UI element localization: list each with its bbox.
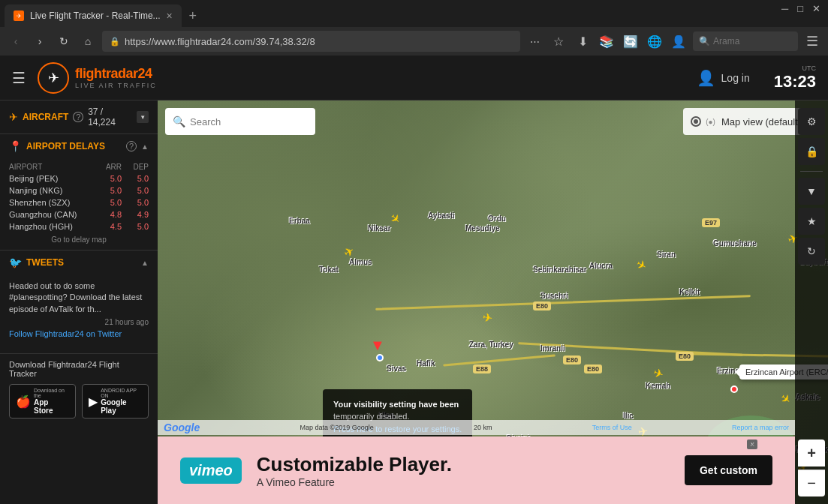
refresh-map-btn[interactable]: ↻ [798,238,825,265]
menu-btn[interactable]: ☰ [802,32,822,51]
report-link[interactable]: Report a map error [732,424,789,431]
tab-title: Live Flight Tracker - Real-Time... [30,10,161,21]
download-title: Download Flightradar24 Flight Tracker [9,360,149,378]
login-btn[interactable]: 👤 Log in [697,69,750,87]
visibility-line1: Your visibility setting have been [333,400,459,409]
sivas-airport-marker[interactable] [376,354,384,362]
maximize-btn[interactable]: □ [797,3,803,14]
road-label: E80 [533,302,551,310]
settings-btn[interactable]: ⚙ [798,108,825,135]
forward-btn[interactable]: › [30,32,50,51]
globe-btn[interactable]: 🌐 [645,32,664,51]
lock-map-btn[interactable]: 🔒 [798,138,825,165]
map-scale: 20 km [474,424,492,431]
browser-active-tab[interactable]: ✈ Live Flight Tracker - Real-Time... × [5,4,182,27]
app-logo: ✈ flightradar24 LIVE AIR TRAFFIC [38,62,157,94]
airport-row-name: Beijing (PEK) [9,174,95,183]
controls-separator [800,171,823,172]
map-toolbar: 🔍 Search (●) Map view (default) ▼ [165,108,820,135]
ad-cta-btn[interactable]: Get custom [685,455,772,485]
apple-icon: 🍎 [16,394,31,409]
tweets-collapse-btn[interactable]: ▲ [141,259,149,267]
aircraft-dropdown-btn[interactable]: ▼ [137,111,149,123]
airport-row[interactable]: Shenzhen (SZX) 5.0 5.0 [0,196,158,208]
app-container: ☰ ✈ flightradar24 LIVE AIR TRAFFIC 👤 Log… [0,56,828,504]
tweets-section-header[interactable]: 🐦 TWEETS ▲ [0,250,158,274]
new-tab-btn[interactable]: + [182,4,204,27]
refresh-btn[interactable]: ↻ [54,32,74,51]
address-bar[interactable]: 🔒 https://www.flightradar24.com/39.74,38… [102,31,520,52]
road-label: E88 [473,364,491,374]
airport-row-arr: 4.8 [95,210,122,219]
logo-text: flightradar24 LIVE AIR TRAFFIC [75,66,157,89]
airport-row-name: Nanjing (NKG) [9,186,95,195]
browser-search-input[interactable] [713,36,788,46]
road-label: E80 [563,356,581,364]
profile-btn[interactable]: 👤 [669,32,688,51]
zoom-out-btn[interactable]: − [798,470,825,496]
browser-toolbar: ‹ › ↻ ⌂ 🔒 https://www.flightradar24.com/… [0,27,828,56]
erzincan-airport-marker[interactable]: Erzincan Airport (ERC/LTCD) [730,386,738,393]
airport-row[interactable]: Nanjing (NKG) 5.0 5.0 [0,184,158,196]
map-view-label: Map view (default) [721,116,801,128]
visibility-notice[interactable]: Your visibility setting have been tempor… [323,389,472,445]
browser-tabs-row: ✈ Live Flight Tracker - Real-Time... × +… [0,0,828,27]
sidebar: ✈ AIRCRAFT ? 37 / 14,224 ▼ 📍 AIRPORT DEL… [0,100,158,504]
airport-delays-header[interactable]: 📍 AIRPORT DELAYS ? ▲ [0,134,158,158]
tweet-content: Headed out to do some #planespotting? Do… [0,274,158,353]
utc-time: 13:23 [774,72,816,92]
extensions-btn[interactable]: ⋯ [525,32,544,51]
hamburger-menu-btn[interactable]: ☰ [12,69,26,87]
logo-subtitle: LIVE AIR TRAFFIC [75,82,157,89]
ad-headline: Customizable Player. [257,453,670,476]
filter-btn[interactable]: ▼ [798,178,825,205]
sync-btn[interactable]: 🔄 [621,32,640,51]
map-container[interactable]: E97E80E80E88E80E80 ErbaaNiksarTokatAlmus… [158,100,828,504]
airport-row-arr: 5.0 [95,174,122,183]
delay-map-link[interactable]: Go to delay map [0,232,158,247]
map-search-box[interactable]: 🔍 Search [165,108,315,135]
twitter-icon: 🐦 [9,256,22,268]
ad-logo: vimeo [180,458,242,484]
map-attribution: Google Map data ©2019 Google 20 km Terms… [158,420,795,435]
aircraft-selected[interactable]: ▼ [370,337,385,354]
airport-delays-label: AIRPORT DELAYS [26,141,122,152]
airport-row-dep: 4.9 [122,210,149,219]
bookmark-btn[interactable]: ☆ [549,32,568,51]
terms-link[interactable]: Terms of Use [592,424,632,431]
chevron-down-icon: ▼ [140,114,146,121]
download-browser-btn[interactable]: ⬇ [573,32,592,51]
airport-row[interactable]: Guangzhou (CAN) 4.8 4.9 [0,208,158,220]
home-btn[interactable]: ⌂ [78,32,98,51]
aircraft-count: 37 / 14,224 [88,106,132,128]
airport-row[interactable]: Beijing (PEK) 5.0 5.0 [0,172,158,184]
airport-row-arr: 4.5 [95,222,122,231]
delays-collapse-btn[interactable]: ▲ [141,142,149,151]
airport-row[interactable]: Hangzhou (HGH) 4.5 5.0 [0,220,158,232]
minimize-btn[interactable]: ─ [781,3,788,14]
ad-text: Customizable Player. A Vimeo Feature [257,453,670,488]
delays-help-btn[interactable]: ? [126,141,137,152]
airport-rows: Beijing (PEK) 5.0 5.0 Nanjing (NKG) 5.0 … [0,172,158,232]
google-logo: Google [164,422,200,434]
tweet-timestamp: 21 hours ago [9,318,149,326]
zoom-in-btn[interactable]: + [798,440,825,466]
back-btn[interactable]: ‹ [6,32,26,51]
googleplay-btn[interactable]: ▶ ANDROID APP ON Google Play [82,384,149,418]
library-btn[interactable]: 📚 [597,32,616,51]
aircraft-icon: ✈ [9,111,18,123]
star-btn[interactable]: ★ [798,208,825,235]
appstore-btn[interactable]: 🍎 Download on the App Store [9,384,76,418]
ad-subtext: A Vimeo Feature [257,476,670,488]
twitter-follow-link[interactable]: Follow Flightradar24 on Twitter [9,329,149,338]
download-section: Download Flightradar24 Flight Tracker 🍎 … [0,354,158,424]
road-label: E80 [584,364,602,374]
tab-close-btn[interactable]: × [167,10,173,22]
aircraft-help-btn[interactable]: ? [73,112,83,122]
browser-search-bar[interactable]: 🔍 [693,32,798,51]
close-btn[interactable]: ✕ [812,3,820,14]
airport-row-dep: 5.0 [122,222,149,231]
location-icon: 📍 [9,140,22,152]
aircraft-section-header[interactable]: ✈ AIRCRAFT ? 37 / 14,224 ▼ [0,100,158,134]
airport-row-arr: 5.0 [95,186,122,195]
